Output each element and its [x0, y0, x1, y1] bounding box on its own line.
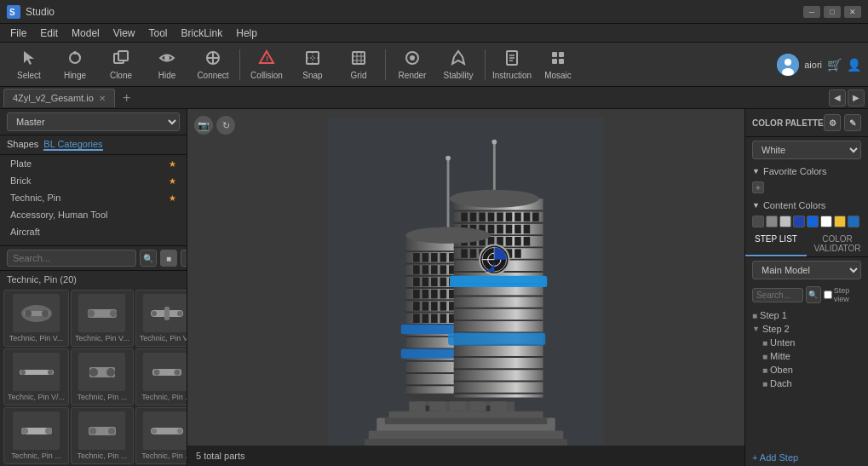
tab-close-button[interactable]: ✕: [99, 94, 106, 103]
cat-technic-pin[interactable]: Technic, Pin ★: [0, 189, 187, 206]
model-dropdown[interactable]: Main Model: [752, 261, 861, 279]
step-list-tab[interactable]: STEP LIST: [745, 231, 807, 256]
categories-list: Plate ★ Brick ★ Technic, Pin ★ Accessory…: [0, 155, 187, 245]
shapes-tab[interactable]: Shapes: [7, 139, 38, 151]
view-small-button[interactable]: ■: [160, 250, 177, 267]
step-node-oben[interactable]: ■ Oben: [749, 363, 865, 377]
color-swatch[interactable]: [766, 216, 778, 227]
svg-text:!: !: [266, 55, 268, 63]
color-swatch[interactable]: [752, 216, 764, 227]
select-tool[interactable]: Select: [7, 45, 51, 84]
viewport-status-bar: 5 total parts: [187, 446, 744, 466]
nav-next-button[interactable]: ▶: [848, 89, 865, 106]
list-item[interactable]: Technic, Pin ...: [135, 407, 187, 464]
bl-categories-tab[interactable]: BL Categories: [43, 139, 102, 151]
nav-prev-button[interactable]: ◀: [829, 89, 846, 106]
color-swatch[interactable]: [820, 216, 832, 227]
cat-plate[interactable]: Plate ★: [0, 155, 187, 172]
cat-brick[interactable]: Brick ★: [0, 172, 187, 189]
step-search-button[interactable]: 🔍: [806, 286, 821, 303]
svg-rect-178: [470, 249, 477, 257]
step-view-check-input[interactable]: [824, 291, 832, 299]
list-item[interactable]: Technic, Pin ...: [135, 348, 187, 406]
menu-help[interactable]: Help: [229, 26, 264, 41]
step-node-dach[interactable]: ■ Dach: [749, 377, 865, 390]
stability-tool[interactable]: Stability: [436, 45, 480, 84]
select-icon: [20, 49, 37, 69]
color-swatch[interactable]: [848, 216, 859, 227]
mosaic-tool[interactable]: Mosaic: [536, 45, 580, 84]
menu-model[interactable]: Model: [65, 26, 106, 41]
svg-rect-128: [440, 314, 447, 322]
svg-point-3: [73, 51, 77, 55]
content-colors-section[interactable]: ▼ Content Colors: [745, 197, 868, 214]
menu-bricklink[interactable]: BrickLink: [175, 26, 230, 41]
svg-point-42: [152, 311, 157, 316]
list-item[interactable]: Technic, Pin V...: [135, 290, 187, 347]
add-step-button[interactable]: + Add Step: [745, 449, 868, 466]
mosaic-icon: [549, 49, 566, 69]
step-node-unten[interactable]: ■ Unten: [749, 336, 865, 349]
search-button[interactable]: 🔍: [140, 250, 157, 267]
settings-icon[interactable]: ✎: [844, 114, 861, 131]
cat-aircraft[interactable]: Aircraft: [0, 223, 187, 240]
render-tool[interactable]: Render: [390, 45, 434, 84]
user-menu-icon[interactable]: 👤: [847, 58, 861, 72]
menu-file[interactable]: File: [3, 26, 33, 41]
add-tab-button[interactable]: +: [118, 89, 135, 106]
close-button[interactable]: ✕: [844, 6, 861, 18]
rotate-icon[interactable]: ↻: [216, 116, 235, 135]
add-favorite-color-button[interactable]: +: [752, 181, 764, 193]
connect-tool[interactable]: Connect: [191, 45, 235, 84]
menu-tool[interactable]: Tool: [142, 26, 175, 41]
cat-accessory[interactable]: Accessory, Human Tool: [0, 206, 187, 223]
minimize-button[interactable]: ─: [803, 6, 820, 18]
list-item[interactable]: Technic, Pin ...: [71, 407, 134, 464]
list-item[interactable]: Technic, Pin V...: [71, 290, 134, 347]
color-swatch[interactable]: [793, 216, 805, 227]
cart-icon[interactable]: 🛒: [827, 58, 842, 72]
tab-main-file[interactable]: 4Zyl_v2_Gesamt.io ✕: [3, 89, 115, 107]
color-validator-tab[interactable]: COLOR VALIDATOR: [807, 231, 868, 256]
color-swatch[interactable]: [834, 216, 846, 227]
hinge-tool[interactable]: Hinge: [53, 45, 97, 84]
favorite-colors-section[interactable]: ▼ Favorite Colors: [745, 163, 868, 180]
view-grid-button[interactable]: ⊞: [181, 250, 187, 267]
user-avatar[interactable]: [777, 54, 799, 76]
snap-tool[interactable]: Snap: [290, 45, 335, 84]
part-thumbnail: [143, 353, 187, 391]
svg-rect-30: [559, 59, 564, 64]
color-swatch[interactable]: [779, 216, 791, 227]
username: aiori: [804, 60, 822, 70]
part-thumbnail: [78, 411, 125, 450]
svg-rect-159: [524, 212, 531, 221]
list-item[interactable]: Technic, Pin ...: [71, 348, 134, 406]
list-item[interactable]: Technic, Pin V/...: [3, 348, 69, 406]
color-dropdown[interactable]: White: [752, 141, 861, 159]
part-thumbnail: [143, 294, 187, 332]
camera-icon[interactable]: 📷: [194, 116, 213, 135]
step-node-mitte[interactable]: ■ Mitte: [749, 349, 865, 363]
svg-point-56: [45, 428, 52, 434]
part-label: Technic, Pin ...: [140, 393, 187, 401]
filter-icon[interactable]: ⚙: [824, 114, 841, 131]
color-swatch[interactable]: [807, 216, 819, 227]
menu-edit[interactable]: Edit: [33, 26, 65, 41]
list-item[interactable]: Technic, Pin V...: [3, 290, 69, 347]
hide-tool[interactable]: Hide: [145, 45, 189, 84]
svg-rect-15: [353, 52, 365, 64]
menu-view[interactable]: View: [106, 26, 142, 41]
master-dropdown[interactable]: Master: [7, 112, 180, 131]
list-item[interactable]: Technic, Pin ...: [3, 407, 69, 464]
collision-tool[interactable]: ! Collision: [244, 45, 289, 84]
step-view-checkbox[interactable]: Step view: [824, 286, 861, 303]
step-search-input[interactable]: [752, 288, 803, 302]
folder-icon: ■: [762, 338, 767, 348]
maximize-button[interactable]: □: [824, 6, 841, 18]
instruction-tool[interactable]: Instruction: [490, 45, 534, 84]
step-node-step2[interactable]: ▼ Step 2: [749, 322, 865, 336]
step-node-step1[interactable]: ■ Step 1: [749, 308, 865, 322]
clone-tool[interactable]: Clone: [99, 45, 143, 84]
grid-tool[interactable]: Grid: [336, 45, 381, 84]
search-input[interactable]: [7, 250, 136, 267]
